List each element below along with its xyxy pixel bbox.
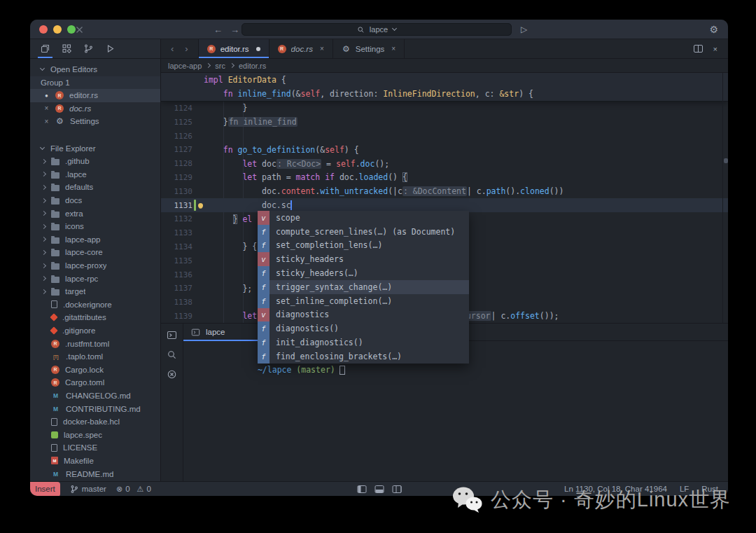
history-back-icon[interactable]: ← xyxy=(214,20,223,39)
explorer-item[interactable]: lapce-rpc xyxy=(30,272,160,285)
line-number: 1131 xyxy=(161,201,192,210)
close-icon[interactable]: × xyxy=(713,45,718,53)
tab-editor-rs[interactable]: Reditor.rs xyxy=(198,39,270,58)
scrollbar[interactable] xyxy=(722,73,728,323)
explorer-item[interactable]: icons xyxy=(30,220,160,233)
gear-icon: ⚙ xyxy=(55,117,64,126)
split-editor-icon[interactable] xyxy=(694,45,703,53)
completion-item[interactable]: fcompute_screen_lines(…) (as Document) xyxy=(258,225,469,239)
explorer-item[interactable]: docs xyxy=(30,194,160,207)
explorer-item[interactable]: lapce-proxy xyxy=(30,259,160,272)
completion-item[interactable]: finit_diagnostics() xyxy=(258,335,469,349)
close-icon[interactable]: × xyxy=(391,45,396,53)
scrollbar-thumb[interactable] xyxy=(724,158,728,163)
command-palette[interactable]: lapce xyxy=(241,23,512,36)
line-number: 1124 xyxy=(161,104,192,113)
explorer-item[interactable]: RCargo.toml xyxy=(30,376,160,389)
explorer-item[interactable]: lapce-app xyxy=(30,233,160,247)
settings-gear-icon[interactable]: ⚙ xyxy=(709,20,718,39)
close-icon[interactable]: × xyxy=(43,104,50,112)
close-icon[interactable]: × xyxy=(320,45,324,53)
open-editors-header[interactable]: Open Editors xyxy=(30,63,160,76)
code-line[interactable]: 1128 let doc: Rc<Doc> = self.doc(); xyxy=(161,157,728,171)
activity-plugins-icon[interactable] xyxy=(56,39,78,58)
completion-item[interactable]: fdiagnostics() xyxy=(258,321,469,335)
git-branch-indicator[interactable]: master xyxy=(70,485,106,494)
open-editor-item[interactable]: ●Reditor.rs xyxy=(30,89,160,102)
explorer-item-label: Makefile xyxy=(64,457,94,465)
explorer-item-label: docker-bake.hcl xyxy=(63,417,120,426)
breadcrumb-folder[interactable]: src xyxy=(215,62,225,70)
activity-debug-icon[interactable] xyxy=(99,39,121,58)
completion-item[interactable]: ffind_enclosing_brackets(…) xyxy=(258,349,469,364)
toggle-left-panel-icon[interactable] xyxy=(357,485,366,493)
close-window-button[interactable] xyxy=(39,25,48,34)
toggle-bottom-panel-icon[interactable] xyxy=(374,485,384,493)
code-line[interactable]: 1126 xyxy=(161,129,728,143)
tab-Settings[interactable]: ⚙Settings× xyxy=(333,39,405,58)
explorer-item[interactable]: target xyxy=(30,285,160,298)
activity-source-control-icon[interactable] xyxy=(78,39,99,58)
completion-item[interactable]: vsticky_headers xyxy=(258,252,469,266)
explorer-item[interactable]: MREADME.md xyxy=(30,467,160,480)
code-line[interactable]: 1131 doc.sc xyxy=(161,198,728,212)
minimize-window-button[interactable] xyxy=(53,25,62,34)
open-editor-item[interactable]: ×Rdoc.rs xyxy=(30,102,160,116)
tab-back-icon[interactable]: ‹ xyxy=(171,43,174,54)
explorer-item[interactable]: LICENSE xyxy=(30,441,160,455)
explorer-item[interactable]: .github xyxy=(30,155,160,168)
search-icon[interactable] xyxy=(167,349,177,360)
breadcrumb-file[interactable]: editor.rs xyxy=(239,62,266,70)
diagnostics-indicator[interactable]: ⊗ 0 ⚠ 0 xyxy=(116,485,151,494)
open-editor-item[interactable]: ×⚙Settings xyxy=(30,115,160,128)
code-line[interactable]: impl EditorData { xyxy=(161,73,728,87)
code-line[interactable]: fn inline_find(&self, direction: InlineF… xyxy=(161,87,728,101)
explorer-item[interactable]: .lapce xyxy=(30,168,160,181)
breadcrumb-project[interactable]: lapce-app xyxy=(168,62,202,70)
completion-label: sticky_headers xyxy=(270,252,344,266)
gutter-marker xyxy=(192,115,204,129)
explorer-item[interactable]: [T].taplo.toml xyxy=(30,350,160,364)
history-forward-icon[interactable]: → xyxy=(230,20,239,39)
explorer-item[interactable]: .gitignore xyxy=(30,324,160,338)
explorer-item-label: defaults xyxy=(65,183,93,191)
completion-item[interactable]: fset_inline_completion(…) xyxy=(258,294,469,308)
lightbulb-icon[interactable] xyxy=(198,203,203,208)
explorer-item[interactable]: RCargo.lock xyxy=(30,364,160,377)
file-explorer-header[interactable]: File Explorer xyxy=(30,142,160,155)
problems-icon[interactable] xyxy=(167,369,177,380)
explorer-item[interactable]: lapce.spec xyxy=(30,428,160,441)
code-line[interactable]: 1127 fn go_to_definition(&self) { xyxy=(161,143,728,157)
completion-item[interactable]: fset_completion_lens(…) xyxy=(258,239,469,253)
explorer-item[interactable]: MMakefile xyxy=(30,455,160,468)
tab-forward-icon[interactable]: › xyxy=(185,43,188,54)
toggle-right-panel-icon[interactable] xyxy=(392,485,401,493)
editor-group-header[interactable]: Group 1 xyxy=(30,76,160,90)
close-icon[interactable]: × xyxy=(43,118,50,125)
explorer-item[interactable]: .gitattributes xyxy=(30,311,160,324)
explorer-item[interactable]: defaults xyxy=(30,181,160,194)
mode-indicator[interactable]: Insert xyxy=(30,482,60,497)
code-line[interactable]: 1125 }fn inline_find xyxy=(161,115,728,129)
run-button[interactable]: ▷ xyxy=(521,20,527,39)
explorer-item[interactable]: MCHANGELOG.md xyxy=(30,389,160,403)
completion-item[interactable]: ftrigger_syntax_change(…) xyxy=(258,280,469,294)
completion-item[interactable]: fsticky_headers(…) xyxy=(258,266,469,280)
terminal-icon[interactable] xyxy=(167,330,177,340)
code-line[interactable]: 1129 let path = match if doc.loaded() { xyxy=(161,171,728,185)
code-line[interactable]: 1130 doc.content.with_untracked(|c: &Doc… xyxy=(161,184,728,198)
explorer-item[interactable]: MCONTRIBUTING.md xyxy=(30,402,160,415)
explorer-item[interactable]: .dockerignore xyxy=(30,298,160,312)
gutter-marker xyxy=(192,198,204,212)
completion-item[interactable]: vdiagnostics xyxy=(258,308,469,322)
explorer-item[interactable]: lapce-core xyxy=(30,246,160,259)
explorer-item[interactable]: docker-bake.hcl xyxy=(30,415,160,429)
watermark: 公众号 · 奇妙的Linux世界 xyxy=(451,486,731,514)
completion-item[interactable]: vscope xyxy=(258,211,469,225)
tab-doc-rs[interactable]: Rdoc.rs× xyxy=(270,39,333,58)
code-line[interactable]: 1124 } xyxy=(161,102,728,116)
explorer-item[interactable]: extra xyxy=(30,207,160,220)
explorer-item-label: .github xyxy=(65,157,90,165)
explorer-item[interactable]: R.rustfmt.toml xyxy=(30,337,160,350)
activity-files-icon[interactable] xyxy=(34,39,56,58)
